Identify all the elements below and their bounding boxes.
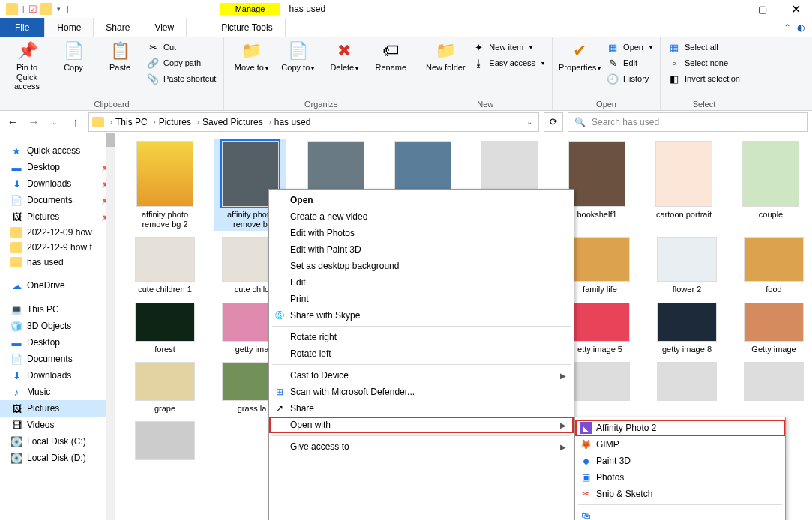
crumb-saved-pictures[interactable]: ›Saved Pictures: [194, 117, 266, 127]
history-button[interactable]: 🕘History: [605, 72, 654, 85]
select-none-button[interactable]: ▫Select none: [667, 56, 742, 70]
easy-access-button[interactable]: ⭳Easy access▾: [471, 56, 546, 70]
cut-button[interactable]: ✂Cut: [145, 40, 217, 54]
crumb-thispc[interactable]: ›This PC: [107, 117, 151, 127]
new-folder-button[interactable]: 📁New folder: [424, 40, 466, 73]
sub-more[interactable]: 🛍: [575, 507, 785, 520]
ctx-rotate-right[interactable]: Rotate right: [269, 329, 574, 345]
close-button[interactable]: ✕: [779, 0, 812, 18]
nav-back-button[interactable]: ←: [4, 114, 21, 130]
ctx-open[interactable]: Open: [269, 192, 574, 208]
copy-to-button[interactable]: 📄Copy to▾: [277, 40, 319, 73]
tab-home[interactable]: Home: [45, 18, 94, 37]
crumb-pictures[interactable]: ›Pictures: [151, 117, 194, 127]
file-thumb[interactable]: etty image 5: [564, 303, 636, 354]
copy-button[interactable]: 📄 Copy: [52, 40, 94, 91]
qat-dropdown[interactable]: ▾: [55, 5, 62, 13]
copy-path-button[interactable]: 🔗Copy path: [145, 56, 217, 70]
nav-scrollbar[interactable]: [106, 133, 115, 520]
ctx-cast[interactable]: Cast to Device▶: [269, 367, 574, 384]
sub-affinity[interactable]: ◣Affinity Photo 2: [575, 420, 785, 436]
tab-picture-tools[interactable]: Picture Tools: [209, 18, 285, 37]
ctx-edit-paint3d[interactable]: Edit with Paint 3D: [269, 241, 574, 258]
file-thumb[interactable]: forest: [129, 303, 201, 354]
tab-file[interactable]: File: [0, 18, 45, 37]
open-button[interactable]: ▦Open▾: [605, 40, 654, 54]
ctx-edit-photos[interactable]: Edit with Photos: [269, 225, 574, 241]
nav-documents-2[interactable]: 📄Documents: [0, 351, 115, 367]
nav-pictures[interactable]: 🖼Pictures📌: [0, 208, 115, 225]
nav-thispc[interactable]: 💻This PC: [0, 301, 115, 318]
ctx-share-skype[interactable]: ⓈShare with Skype: [269, 307, 574, 324]
ctx-new-video[interactable]: Create a new video: [269, 208, 574, 225]
qat-folder-icon[interactable]: [40, 3, 52, 15]
move-to-button[interactable]: 📁Move to▾: [230, 40, 272, 73]
pin-quick-access-button[interactable]: 📌 Pin to Quick access: [6, 40, 48, 91]
breadcrumb-dropdown[interactable]: ⌄: [526, 118, 535, 126]
maximize-button[interactable]: ▢: [746, 0, 779, 18]
delete-button[interactable]: ✖Delete▾: [323, 40, 365, 73]
file-thumb[interactable]: grape: [129, 362, 201, 414]
file-thumb[interactable]: [738, 362, 810, 414]
file-thumb[interactable]: affinity photo remove bg 2: [129, 141, 201, 229]
ctx-give-access[interactable]: Give access to▶: [269, 438, 574, 455]
nav-up-button[interactable]: ↑: [67, 114, 84, 130]
crumb-has-used[interactable]: ›has used: [266, 117, 314, 127]
ctx-scan[interactable]: ⊞Scan with Microsoft Defender...: [269, 384, 574, 400]
tab-view[interactable]: View: [142, 18, 187, 37]
sub-photos[interactable]: ▣Photos: [575, 469, 785, 486]
file-thumb[interactable]: couple: [735, 141, 807, 229]
sub-gimp[interactable]: 🦊GIMP: [575, 436, 785, 453]
file-thumb[interactable]: [129, 421, 201, 463]
help-icon[interactable]: ◐: [797, 22, 805, 33]
nav-folder-2[interactable]: 2022-12-9 how t: [0, 240, 115, 255]
ctx-rotate-left[interactable]: Rotate left: [269, 345, 574, 362]
search-input[interactable]: 🔍 Search has used: [568, 112, 808, 132]
refresh-button[interactable]: ⟳: [544, 112, 563, 132]
nav-3d-objects[interactable]: 🧊3D Objects: [0, 318, 115, 334]
sub-snip[interactable]: ✂Snip & Sketch: [575, 486, 785, 502]
file-thumb[interactable]: family life: [564, 237, 636, 294]
nav-recent-button[interactable]: ⌄: [46, 114, 63, 130]
nav-folder-1[interactable]: 2022-12-09 how: [0, 225, 115, 240]
ctx-edit[interactable]: Edit: [269, 274, 574, 291]
paste-shortcut-button[interactable]: 📎Paste shortcut: [145, 72, 217, 85]
nav-onedrive[interactable]: ☁OneDrive: [0, 277, 115, 294]
paste-button[interactable]: 📋 Paste: [99, 40, 141, 91]
manage-contextual-tab[interactable]: Manage: [220, 3, 280, 15]
file-thumb[interactable]: [564, 362, 636, 414]
file-thumb[interactable]: cute children 1: [129, 237, 201, 294]
nav-downloads[interactable]: ⬇Downloads📌: [0, 175, 115, 192]
minimize-button[interactable]: —: [713, 0, 746, 18]
file-thumb[interactable]: Getty image: [738, 303, 810, 354]
file-thumb[interactable]: food: [738, 237, 810, 294]
rename-button[interactable]: 🏷Rename: [370, 40, 412, 73]
file-thumb[interactable]: flower 2: [651, 237, 723, 294]
nav-forward-button[interactable]: →: [25, 114, 42, 130]
breadcrumb[interactable]: ›This PC ›Pictures ›Saved Pictures ›has …: [88, 112, 539, 132]
nav-disk-d[interactable]: 💽Local Disk (D:): [0, 450, 115, 466]
nav-music[interactable]: ♪Music: [0, 384, 115, 400]
select-all-button[interactable]: ▦Select all: [667, 40, 742, 54]
nav-downloads-2[interactable]: ⬇Downloads: [0, 367, 115, 384]
tab-share[interactable]: Share: [94, 18, 142, 37]
qat-check-icon[interactable]: ☑: [28, 4, 37, 15]
file-thumb[interactable]: [651, 362, 723, 414]
file-thumb[interactable]: getty image 8: [651, 303, 723, 354]
nav-disk-c[interactable]: 💽Local Disk (C:): [0, 433, 115, 450]
nav-folder-3[interactable]: has used: [0, 255, 115, 270]
file-thumb[interactable]: cartoon portrait: [648, 141, 720, 229]
nav-pictures-2[interactable]: 🖼Pictures: [0, 400, 115, 417]
nav-desktop-2[interactable]: ▬Desktop: [0, 334, 115, 351]
nav-documents[interactable]: 📄Documents📌: [0, 192, 115, 208]
ctx-print[interactable]: Print: [269, 291, 574, 307]
ctx-share[interactable]: ↗Share: [269, 400, 574, 417]
invert-selection-button[interactable]: ◧Invert selection: [667, 72, 742, 85]
ctx-set-bg[interactable]: Set as desktop background: [269, 258, 574, 274]
new-item-button[interactable]: ✦New item▾: [471, 40, 546, 54]
nav-videos[interactable]: 🎞Videos: [0, 417, 115, 433]
sub-paint3d[interactable]: ◆Paint 3D: [575, 453, 785, 469]
properties-button[interactable]: ✔Properties▾: [559, 40, 601, 85]
nav-desktop[interactable]: ▬Desktop📌: [0, 159, 115, 175]
edit-button[interactable]: ✎Edit: [605, 56, 654, 70]
